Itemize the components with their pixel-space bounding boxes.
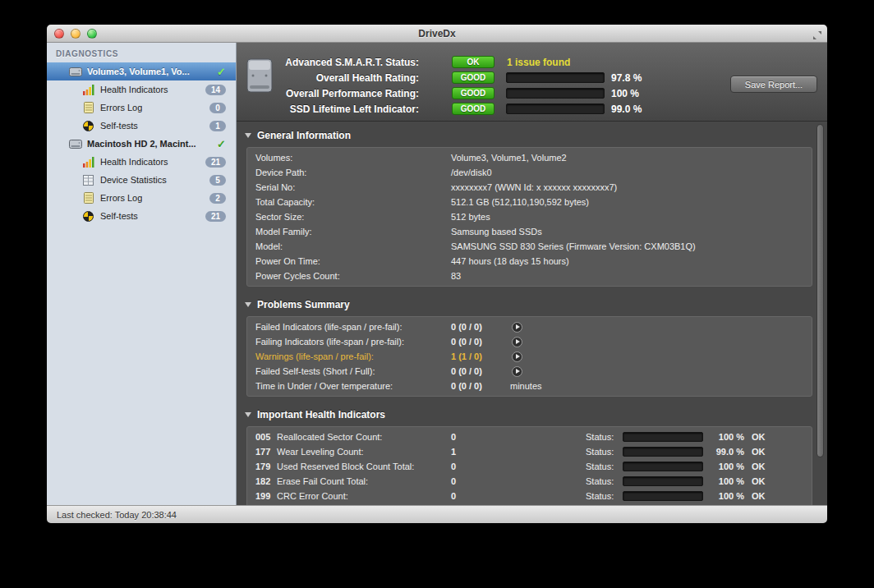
minimize-button[interactable] <box>71 29 80 39</box>
status-percent: 100 % <box>708 432 744 442</box>
sidebar-header: DIAGNOSTICS <box>47 43 236 62</box>
sidebar-item-health-indicators[interactable]: Health Indicators 14 <box>47 80 236 99</box>
drive-icon <box>68 139 82 149</box>
indicator-id: 199 <box>255 491 277 501</box>
fullscreen-icon[interactable] <box>812 29 822 39</box>
sidebar-item-self-tests[interactable]: Self-tests 1 <box>47 117 236 135</box>
info-value: 512.1 GB (512,110,190,592 bytes) <box>451 197 589 207</box>
details-arrow-button[interactable] <box>512 322 522 333</box>
sidebar-item-self-tests-2[interactable]: Self-tests 21 <box>47 207 236 225</box>
info-label: Device Path: <box>255 168 451 177</box>
ssd-lifetime-bar <box>506 103 605 114</box>
count-badge: 0 <box>209 103 226 113</box>
indicator-id: 179 <box>255 462 277 471</box>
health-rating-badge: GOOD <box>452 71 494 84</box>
sidebar-item-label: Self-tests <box>100 211 138 221</box>
sidebar-item-label: Health Indicators <box>100 85 168 94</box>
checkmark-icon: ✓ <box>217 138 226 150</box>
count-badge: 1 <box>209 121 226 131</box>
title-bar[interactable]: DriveDx <box>47 25 827 43</box>
section-title: General Information <box>257 130 351 141</box>
info-row-total-capacity: Total Capacity:512.1 GB (512,110,190,592… <box>247 195 812 209</box>
sidebar-item-volume3[interactable]: Volume3, Volume1, Vo... ✓ <box>47 62 236 80</box>
health-rating-bar <box>506 72 605 83</box>
status-state: OK <box>752 447 766 457</box>
sidebar-item-health-indicators-2[interactable]: Health Indicators 21 <box>47 153 236 171</box>
traffic-lights <box>54 29 97 39</box>
health-row-177: 177 Wear Leveling Count: 1 Status:99.0 %… <box>247 444 812 459</box>
info-value: 447 hours (18 days 15 hours) <box>451 256 569 266</box>
content-area: Advanced S.M.A.R.T. Status: OK 1 issue f… <box>237 43 827 505</box>
errors-log-icon <box>81 192 95 204</box>
vertical-scrollbar[interactable] <box>816 124 826 503</box>
info-row-power-on-time: Power On Time:447 hours (18 days 15 hour… <box>247 254 812 269</box>
status-bar <box>623 432 703 442</box>
drivedx-window: DriveDx DIAGNOSTICS Volume3, Volume1, Vo… <box>47 25 827 523</box>
smart-status-label: Advanced S.M.A.R.T. Status: <box>237 57 419 68</box>
problem-value: 0 (0 / 0) <box>451 322 508 332</box>
info-label: Power Cycles Count: <box>255 271 451 281</box>
status-state: OK <box>752 462 766 471</box>
details-arrow-button[interactable] <box>512 366 522 377</box>
section-general-information[interactable]: General Information <box>237 126 827 145</box>
sidebar-item-label: Macintosh HD 2, Macint... <box>87 139 196 149</box>
section-title: Important Health Indicators <box>257 409 385 420</box>
sidebar: DIAGNOSTICS Volume3, Volume1, Vo... ✓ He… <box>47 43 237 505</box>
status-percent: 99.0 % <box>708 447 744 457</box>
problem-value: 0 (0 / 0) <box>451 381 508 391</box>
details-arrow-button[interactable] <box>512 351 522 362</box>
problem-label: Time in Under / Over temperature: <box>255 381 451 391</box>
section-title: Problems Summary <box>257 299 350 310</box>
performance-rating-row: Overall Performance Rating: GOOD 100 % <box>237 85 642 101</box>
count-badge: 5 <box>209 175 226 186</box>
info-label: Model Family: <box>255 227 451 237</box>
section-problems-summary[interactable]: Problems Summary <box>237 295 827 315</box>
disclosure-triangle-icon <box>245 302 251 307</box>
indicator-value: 0 <box>451 462 586 471</box>
info-label: Volumes: <box>255 153 451 163</box>
info-value: SAMSUNG SSD 830 Series (Firmware Version… <box>451 241 696 251</box>
problem-row-failed-self-tests: Failed Self-tests (Short / Full): 0 (0 /… <box>247 364 812 379</box>
status-state: OK <box>752 491 766 501</box>
status-state: OK <box>752 432 766 442</box>
device-statistics-icon <box>81 175 95 186</box>
checkmark-icon: ✓ <box>217 66 226 78</box>
health-row-005: 005 Reallocated Sector Count: 0 Status:1… <box>247 430 812 444</box>
health-rating-label: Overall Health Rating: <box>237 72 419 84</box>
sidebar-item-errors-log-2[interactable]: Errors Log 2 <box>47 189 236 207</box>
close-button[interactable] <box>54 29 64 39</box>
info-value: Samsung based SSDs <box>451 227 542 237</box>
problems-summary-panel: Failed Indicators (life-span / pre-fail)… <box>246 316 812 397</box>
info-label: Total Capacity: <box>255 197 451 207</box>
count-badge: 2 <box>209 193 226 204</box>
count-badge: 21 <box>205 157 226 168</box>
info-row-model: Model:SAMSUNG SSD 830 Series (Firmware V… <box>247 239 812 254</box>
window-title: DriveDx <box>418 28 455 39</box>
zoom-button[interactable] <box>87 29 97 39</box>
save-report-button[interactable]: Save Report... <box>730 76 817 93</box>
problem-row-warnings: Warnings (life-span / pre-fail): 1 (1 / … <box>247 349 812 364</box>
scrollbar-thumb[interactable] <box>816 124 824 457</box>
performance-rating-value: 100 % <box>611 88 639 99</box>
info-row-model-family: Model Family:Samsung based SSDs <box>247 224 812 239</box>
indicator-id: 005 <box>255 432 277 442</box>
sidebar-item-errors-log[interactable]: Errors Log 0 <box>47 99 236 117</box>
problem-value: 0 (0 / 0) <box>451 366 508 376</box>
health-rating-row: Overall Health Rating: GOOD 97.8 % <box>237 70 642 85</box>
sidebar-item-macintosh-hd2[interactable]: Macintosh HD 2, Macint... ✓ <box>47 135 236 153</box>
indicator-id: 182 <box>255 476 277 486</box>
sidebar-item-label: Health Indicators <box>100 157 168 167</box>
status-bar <box>623 447 703 457</box>
smart-status-badge: OK <box>452 56 494 68</box>
status-label: Status: <box>586 447 623 457</box>
performance-rating-label: Overall Performance Rating: <box>237 88 419 99</box>
content-scroll-area[interactable]: General Information Volumes:Volume3, Vol… <box>237 122 827 505</box>
health-rating-value: 97.8 % <box>611 72 642 84</box>
health-indicators-icon <box>81 85 95 95</box>
details-arrow-button[interactable] <box>512 337 522 347</box>
count-badge: 14 <box>205 85 226 95</box>
section-important-health-indicators[interactable]: Important Health Indicators <box>237 405 827 425</box>
health-indicators-panel: 005 Reallocated Sector Count: 0 Status:1… <box>246 426 812 505</box>
status-percent: 100 % <box>708 462 744 471</box>
sidebar-item-device-statistics[interactable]: Device Statistics 5 <box>47 171 236 189</box>
